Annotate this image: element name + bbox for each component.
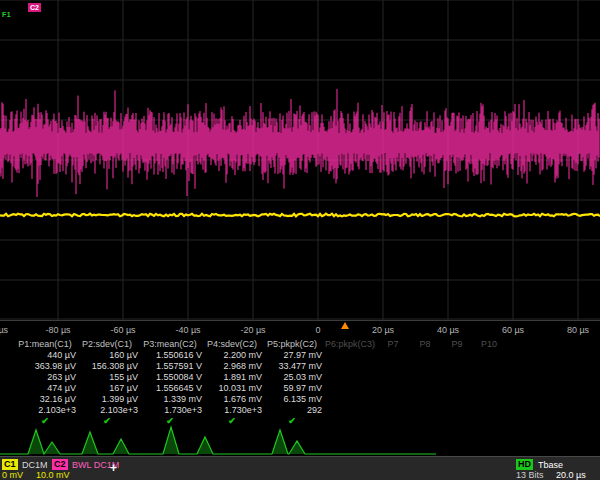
measure-value: 33.477 mV — [262, 361, 322, 371]
timebase-label[interactable]: Tbase — [538, 460, 563, 470]
time-tick-label: 0 — [315, 325, 320, 335]
time-tick-label: 60 µs — [502, 325, 524, 335]
measure-value: 25.03 mV — [262, 372, 322, 382]
trace-label-c2: C2 — [28, 3, 41, 12]
c1-offset-value: 0 mV — [2, 470, 23, 480]
measure-value: 2.200 mV — [202, 350, 262, 360]
time-tick-label: -100 µs — [0, 325, 8, 335]
measure-header-p2[interactable]: P2:sdev(C1) — [76, 339, 138, 349]
measure-header-p3[interactable]: P3:mean(C2) — [138, 339, 202, 349]
measure-header-p8[interactable]: P8 — [410, 339, 440, 349]
measure-value: 2.103e+3 — [76, 405, 138, 415]
measure-header-p6[interactable]: P6:pkpk(C3) — [324, 339, 376, 349]
measure-value: 474 µV — [14, 383, 76, 393]
measure-header-p10[interactable]: P10 — [474, 339, 504, 349]
time-tick-label: -40 µs — [175, 325, 200, 335]
c1-scale-value: 10.0 mV — [36, 470, 70, 480]
measure-value: 1.550616 V — [138, 350, 202, 360]
measure-value: 10.031 mV — [202, 383, 262, 393]
measure-header-p1[interactable]: P1:mean(C1) — [14, 339, 76, 349]
adc-bits-label: 13 Bits — [516, 470, 544, 480]
measure-header-p9[interactable]: P9 — [442, 339, 472, 349]
measure-value: 2.968 mV — [202, 361, 262, 371]
time-tick-label: -60 µs — [110, 325, 135, 335]
measure-value: 1.399 µV — [76, 394, 138, 404]
measure-value: 27.97 mV — [262, 350, 322, 360]
time-tick-label: -20 µs — [240, 325, 265, 335]
c1-channel-badge[interactable]: C1 — [2, 459, 18, 470]
measure-value: 1.556645 V — [138, 383, 202, 393]
measure-value: 440 µV — [14, 350, 76, 360]
measure-value: 363.98 µV — [14, 361, 76, 371]
measure-header-p5[interactable]: P5:pkpk(C2) — [262, 339, 322, 349]
time-axis: -100 µs-80 µs-60 µs-40 µs-20 µs020 µs40 … — [0, 320, 600, 337]
time-tick-label: 80 µs — [567, 325, 589, 335]
measure-value: 292 — [262, 405, 322, 415]
measure-value: 167 µV — [76, 383, 138, 393]
waveform-traces — [0, 0, 600, 320]
timebase-value: 20.0 µs — [556, 470, 586, 480]
measure-value: 160 µV — [76, 350, 138, 360]
add-trace-button[interactable]: + — [110, 461, 117, 475]
measure-value: 1.730e+3 — [138, 405, 202, 415]
measure-value: 59.97 mV — [262, 383, 322, 393]
trace-label-f1: F1 — [2, 11, 11, 19]
measurement-table[interactable]: P1:mean(C1)P2:sdev(C1)P3:mean(C2)P4:sdev… — [0, 337, 600, 428]
measure-value: 1.676 mV — [202, 394, 262, 404]
measure-value: 155 µV — [76, 372, 138, 382]
time-tick-label: -80 µs — [45, 325, 70, 335]
measure-header-p4[interactable]: P4:sdev(C2) — [202, 339, 262, 349]
measure-value: 6.135 mV — [262, 394, 322, 404]
measure-value: 1.730e+3 — [202, 405, 262, 415]
hd-mode-badge: HD — [516, 459, 533, 470]
measure-value: 1.550084 V — [138, 372, 202, 382]
trigger-position-marker[interactable] — [341, 322, 349, 329]
waveform-display[interactable]: C2F1 — [0, 0, 600, 320]
measure-value: 156.308 µV — [76, 361, 138, 371]
time-tick-label: 40 µs — [437, 325, 459, 335]
measure-value: 263 µV — [14, 372, 76, 382]
measure-value: 2.103e+3 — [14, 405, 76, 415]
measure-value: 1.339 mV — [138, 394, 202, 404]
measure-value: 32.16 µV — [14, 394, 76, 404]
measure-value: 1.557591 V — [138, 361, 202, 371]
histogram-trace — [0, 424, 600, 456]
measure-value: 1.891 mV — [202, 372, 262, 382]
time-tick-label: 20 µs — [372, 325, 394, 335]
measure-header-p7[interactable]: P7 — [378, 339, 408, 349]
c1-coupling-label: DC1M — [22, 460, 48, 470]
bottom-toolbar: C1 DC1M C2 BWL DC1M + 0 mV 10.0 mV HD Tb… — [0, 456, 600, 480]
oscilloscope-screen: C2F1 -100 µs-80 µs-60 µs-40 µs-20 µs020 … — [0, 0, 600, 480]
c2-channel-badge[interactable]: C2 — [52, 459, 68, 470]
